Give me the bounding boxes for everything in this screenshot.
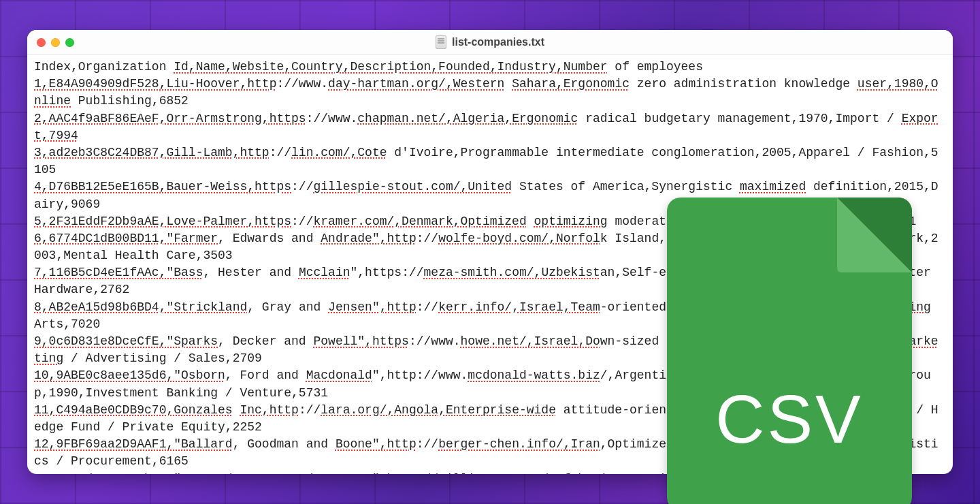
- csv-label: CSV: [715, 385, 864, 453]
- window-titlebar: list-companies.txt: [27, 30, 953, 55]
- document-icon: [436, 35, 446, 49]
- window-title-text: list-companies.txt: [452, 36, 544, 48]
- window-title: list-companies.txt: [27, 35, 953, 49]
- csv-file-icon: CSV: [667, 198, 912, 504]
